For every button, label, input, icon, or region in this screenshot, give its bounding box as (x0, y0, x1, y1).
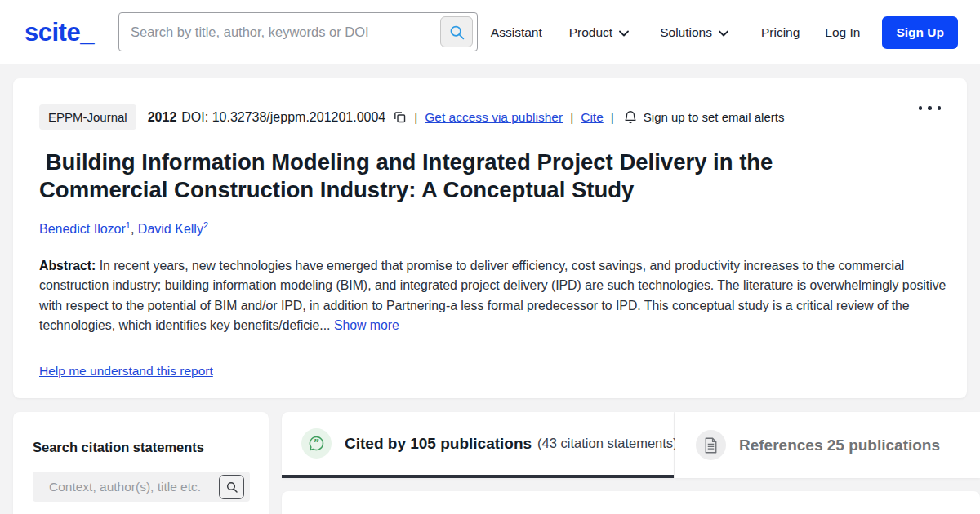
email-alerts-link[interactable]: Sign up to set email alerts (644, 110, 785, 124)
citation-bubble-icon: ” (301, 428, 332, 459)
cited-by-label: Cited by 105 publications (345, 435, 532, 453)
signup-button[interactable]: Sign Up (882, 16, 958, 49)
nav-login[interactable]: Log In (825, 25, 860, 40)
nav-product[interactable]: Product (569, 25, 629, 40)
search-input[interactable] (119, 13, 440, 51)
bell-icon (623, 109, 638, 125)
author-link[interactable]: Benedict Ilozor1 (39, 222, 131, 236)
doi-text: DOI: 10.32738/jeppm.201201.0004 (181, 110, 385, 125)
cite-link[interactable]: Cite (581, 110, 604, 125)
author-link[interactable]: David Kelly2 (138, 222, 208, 236)
paper-meta-row: EPPM-Journal 2012 DOI: 10.32738/jeppm.20… (39, 104, 889, 130)
abstract-text: In recent years, new technologies have e… (39, 259, 946, 332)
dot (928, 106, 932, 110)
copy-icon (393, 110, 407, 124)
author-separator: , (131, 222, 138, 236)
scite-logo[interactable]: scite_ (24, 18, 94, 47)
global-search-bar (118, 12, 478, 51)
page: scite_ Assistant Product (0, 0, 980, 514)
document-icon (696, 430, 726, 460)
references-label: References 25 publications (739, 436, 940, 454)
dot (919, 106, 923, 110)
tab-cited-by[interactable]: ” Cited by 105 publications (43 citation… (282, 412, 674, 478)
citation-search-bar (33, 472, 250, 502)
paper-card: EPPM-Journal 2012 DOI: 10.32738/jeppm.20… (13, 78, 967, 398)
nav-menu: Assistant Product Solutions Pricing Log … (491, 0, 958, 64)
dot (938, 106, 942, 110)
nav-solutions[interactable]: Solutions (660, 25, 728, 40)
get-access-link[interactable]: Get access via publisher (425, 110, 563, 125)
svg-text:”: ” (314, 437, 320, 449)
separator: | (611, 110, 614, 125)
author-list: Benedict Ilozor1, David Kelly2 (39, 220, 208, 237)
help-understand-link[interactable]: Help me understand this report (39, 364, 213, 378)
separator: | (570, 110, 573, 125)
chevron-down-icon (619, 30, 629, 37)
nav-assistant[interactable]: Assistant (491, 25, 542, 40)
show-more-link[interactable]: Show more (334, 318, 399, 332)
citation-statements-count: (43 citation statements) (537, 436, 678, 451)
tab-references[interactable]: References 25 publications (675, 412, 980, 478)
paper-title: Building Information Modeling and Integr… (39, 148, 872, 204)
search-icon (225, 481, 238, 494)
more-options-button[interactable] (915, 103, 945, 113)
chevron-down-icon (719, 30, 728, 37)
abstract-paragraph: Abstract: In recent years, new technolog… (39, 256, 954, 336)
top-navbar: scite_ Assistant Product (0, 0, 980, 64)
search-icon (448, 24, 466, 41)
search-button[interactable] (440, 16, 473, 47)
separator: | (414, 110, 417, 125)
citation-search-panel: Search citation statements (13, 412, 269, 514)
citation-search-button[interactable] (219, 475, 244, 499)
citations-list-panel (282, 491, 980, 514)
publication-year: 2012 (148, 110, 177, 125)
citation-search-heading: Search citation statements (33, 440, 204, 455)
journal-badge: EPPM-Journal (39, 104, 136, 130)
citation-search-input[interactable] (33, 480, 219, 494)
nav-pricing[interactable]: Pricing (761, 25, 800, 40)
abstract-label: Abstract: (39, 259, 96, 273)
copy-doi-button[interactable] (393, 110, 407, 124)
author-affiliation-sup: 2 (203, 220, 208, 230)
